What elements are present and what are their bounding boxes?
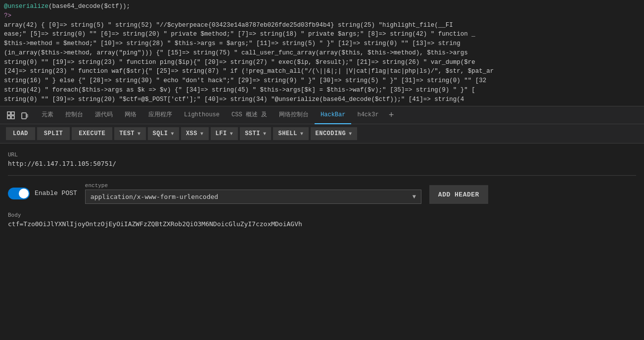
svg-rect-4 xyxy=(22,113,26,119)
split-button[interactable]: SPLIT xyxy=(37,127,70,140)
tab-hackbar[interactable]: HackBar xyxy=(315,106,351,124)
encoding-button[interactable]: ENCODING ▼ xyxy=(311,127,357,140)
lfi-button[interactable]: LFI ▼ xyxy=(211,127,238,140)
devtools-tab-bar: 元素 控制台 源代码 网络 应用程序 Lighthouse CSS 概述 及 网… xyxy=(0,106,644,124)
svg-rect-1 xyxy=(11,112,14,115)
enable-post-label: Enable POST xyxy=(35,190,77,197)
code-line-7: string(0) "" [19]=> string(23) " functio… xyxy=(4,58,640,67)
post-section: Enable POST enctype application/x-www-fo… xyxy=(8,183,636,204)
toggle-knob xyxy=(19,189,29,198)
tab-sources[interactable]: 源代码 xyxy=(89,106,119,124)
divider-1 xyxy=(8,175,636,176)
encoding-dropdown-arrow: ▼ xyxy=(349,131,352,137)
svg-rect-0 xyxy=(7,112,10,115)
tab-lighthouse[interactable]: Lighthouse xyxy=(178,106,226,124)
code-line-4: ease;" [5]=> string(0) "" [6]=> string(2… xyxy=(4,30,640,39)
device-toggle-icon[interactable] xyxy=(18,108,32,122)
tab-css[interactable]: CSS 概述 及 xyxy=(226,106,273,124)
code-line-1: @unserialize(base64_decode($ctf)); xyxy=(4,2,640,11)
code-line-5: $this->method = $method;" [10]=> string(… xyxy=(4,39,640,49)
svg-rect-2 xyxy=(7,116,10,119)
code-line-10: string(42) " foreach($this->args as $k =… xyxy=(4,86,640,95)
inspect-element-icon[interactable] xyxy=(4,108,18,122)
load-button[interactable]: LOAD xyxy=(6,127,35,140)
test-button[interactable]: TEST ▼ xyxy=(114,127,145,140)
svg-rect-3 xyxy=(11,116,14,119)
lfi-dropdown-arrow: ▼ xyxy=(230,131,233,137)
enctype-value: application/x-www-form-urlencoded xyxy=(91,193,218,200)
main-content: URL http://61.147.171.105:50751/ Enable … xyxy=(0,144,644,228)
code-line-3: array(42) { [0]=> string(5) " string(52)… xyxy=(4,21,640,30)
add-tab-button[interactable]: + xyxy=(385,111,398,120)
enctype-label: enctype xyxy=(85,183,421,189)
tab-application[interactable]: 应用程序 xyxy=(142,106,178,124)
hackbar-toolbar: LOAD SPLIT EXECUTE TEST ▼ SQLI ▼ XSS ▼ L… xyxy=(0,124,644,144)
body-value: ctf=Tzo0OiJlYXNlIjoyOntzOjEyOiIAZWFzZQBt… xyxy=(8,220,636,228)
sqli-dropdown-arrow: ▼ xyxy=(171,131,174,137)
code-line-9: string(16) " } else {" [28]=> string(30)… xyxy=(4,76,640,86)
ssti-button[interactable]: SSTI ▼ xyxy=(240,127,271,140)
code-line-2: ?> xyxy=(4,11,640,21)
enctype-select[interactable]: application/x-www-form-urlencoded ▼ xyxy=(85,190,421,204)
tab-network-control[interactable]: 网络控制台 xyxy=(273,106,315,124)
code-line-11: string(0) "" [39]=> string(20) "$ctf=@$_… xyxy=(4,95,640,104)
code-line-8: [24]=> string(23) " function waf($str){"… xyxy=(4,67,640,76)
execute-button[interactable]: EXECUTE xyxy=(72,127,112,140)
url-section: URL http://61.147.171.105:50751/ xyxy=(8,151,636,167)
add-header-button[interactable]: ADD HEADER xyxy=(429,185,488,204)
xss-button[interactable]: XSS ▼ xyxy=(181,127,209,140)
enable-post-toggle[interactable] xyxy=(8,188,30,199)
tab-h4ck3r[interactable]: h4ck3r xyxy=(351,106,384,124)
tab-console[interactable]: 控制台 xyxy=(59,106,89,124)
shell-dropdown-arrow: ▼ xyxy=(300,131,304,137)
shell-button[interactable]: SHELL ▼ xyxy=(273,127,308,140)
body-label: Body xyxy=(8,212,636,218)
ssti-dropdown-arrow: ▼ xyxy=(263,131,267,137)
enable-post-container: Enable POST xyxy=(8,188,77,199)
enctype-dropdown-arrow: ▼ xyxy=(413,194,416,200)
sqli-button[interactable]: SQLI ▼ xyxy=(148,127,179,140)
url-value: http://61.147.171.105:50751/ xyxy=(8,160,636,167)
body-section: Body ctf=Tzo0OiJlYXNlIjoyOntzOjEyOiIAZWF… xyxy=(8,212,636,228)
enctype-container: enctype application/x-www-form-urlencode… xyxy=(85,183,421,204)
code-line-6: (in_array($this->method, array("ping")))… xyxy=(4,49,640,58)
xss-dropdown-arrow: ▼ xyxy=(200,131,204,137)
code-output: @unserialize(base64_decode($ctf)); ?> ar… xyxy=(0,0,644,106)
tab-elements[interactable]: 元素 xyxy=(36,106,59,124)
test-dropdown-arrow: ▼ xyxy=(138,131,141,137)
tab-network[interactable]: 网络 xyxy=(119,106,142,124)
svg-rect-5 xyxy=(27,114,28,117)
url-label: URL xyxy=(8,151,636,158)
